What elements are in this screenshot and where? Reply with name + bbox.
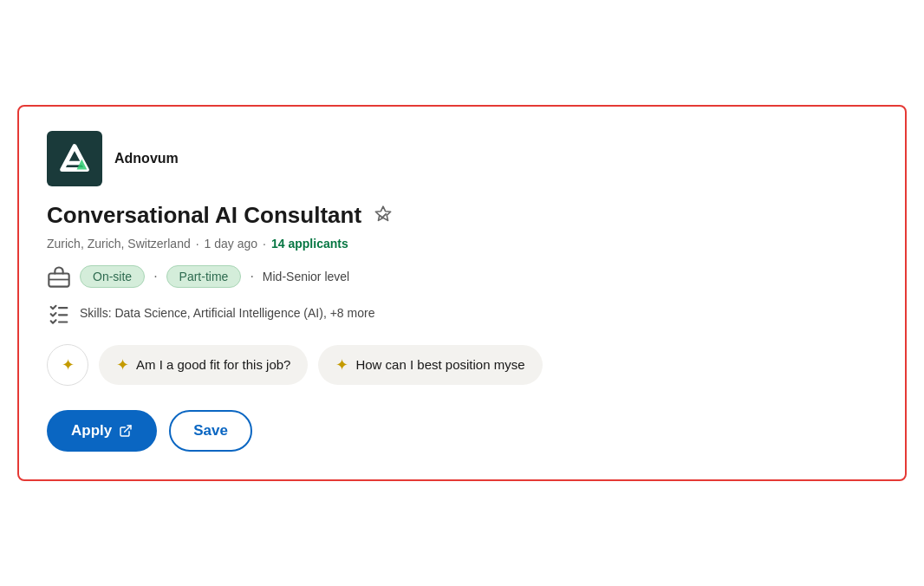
job-card: Adnovum Conversational AI Consultant Zur…	[17, 105, 907, 480]
external-link-icon	[119, 424, 133, 438]
work-type-badge-onsite: On-site	[80, 265, 145, 288]
company-row: Adnovum	[47, 131, 877, 186]
skills-text: Skills: Data Science, Artificial Intelli…	[80, 306, 374, 320]
svg-line-8	[125, 426, 131, 432]
ai-chip-star-icon-2: ✦	[335, 355, 348, 374]
separator-dot-3: ·	[153, 269, 157, 284]
briefcase-icon	[47, 264, 71, 289]
ai-circle-button[interactable]: ✦	[47, 344, 88, 386]
separator-dot-4: ·	[250, 269, 253, 284]
separator-dot-1: ·	[196, 237, 199, 251]
skills-checklist-icon	[47, 301, 71, 325]
ai-star-icon: ✦	[62, 355, 75, 374]
ai-chip-star-icon-1: ✦	[116, 355, 129, 374]
applicants-count: 14 applicants	[271, 237, 348, 251]
ai-prompt-1-label: Am I a good fit for this job?	[136, 357, 290, 372]
work-type-badge-parttime: Part-time	[166, 265, 242, 288]
details-row: On-site · Part-time · Mid-Senior level	[47, 264, 877, 289]
company-logo	[47, 131, 102, 186]
ai-chip-good-fit[interactable]: ✦ Am I a good fit for this job?	[99, 345, 308, 385]
verified-icon	[372, 205, 394, 227]
skills-row: Skills: Data Science, Artificial Intelli…	[47, 301, 877, 325]
job-location: Zurich, Zurich, Switzerland	[47, 237, 191, 251]
job-title: Conversational AI Consultant	[47, 202, 361, 229]
job-level: Mid-Senior level	[263, 270, 349, 283]
job-title-row: Conversational AI Consultant	[47, 202, 877, 229]
ai-prompts-row: ✦ ✦ Am I a good fit for this job? ✦ How …	[47, 344, 877, 386]
ai-chip-position[interactable]: ✦ How can I best position myse	[318, 345, 542, 385]
company-name: Adnovum	[114, 151, 179, 166]
apply-button[interactable]: Apply	[47, 410, 157, 452]
ai-prompt-2-label: How can I best position myse	[355, 357, 524, 372]
save-button[interactable]: Save	[169, 410, 252, 452]
apply-button-label: Apply	[71, 422, 112, 440]
actions-row: Apply Save	[47, 410, 877, 452]
job-posted: 1 day ago	[205, 237, 258, 251]
separator-dot-2: ·	[263, 237, 266, 251]
meta-row: Zurich, Zurich, Switzerland · 1 day ago …	[47, 237, 877, 251]
